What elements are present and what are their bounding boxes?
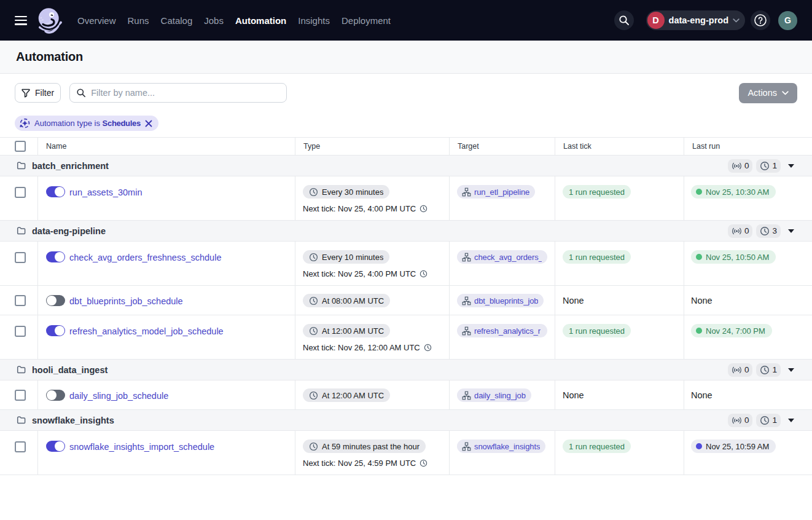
- group-row[interactable]: hooli_data_ingest 0 1: [0, 360, 812, 380]
- schedule-toggle[interactable]: [46, 441, 65, 452]
- nav-item-deployment[interactable]: Deployment: [342, 15, 391, 26]
- row-checkbox[interactable]: [15, 187, 26, 198]
- hamburger-menu-icon[interactable]: [15, 16, 27, 25]
- automation-name-link[interactable]: check_avg_orders_freshness_schdule: [69, 251, 221, 264]
- clock-icon: [424, 344, 432, 352]
- schedule-toggle[interactable]: [46, 186, 65, 197]
- group-name: batch_enrichment: [32, 161, 109, 171]
- active-filters-row: Automation type is Schedules: [0, 103, 812, 137]
- group-collapse-button[interactable]: [788, 164, 794, 168]
- last-run-pill[interactable]: Nov 25, 10:50 AM: [691, 250, 776, 264]
- schedule-type-pill: At 08:00 AM UTC: [303, 294, 390, 307]
- row-checkbox[interactable]: [15, 441, 26, 452]
- nav-item-insights[interactable]: Insights: [298, 15, 330, 26]
- filter-chip-automation-type[interactable]: Automation type is Schedules: [15, 116, 158, 131]
- select-cell: [0, 380, 38, 409]
- schedule-type-pill: Every 30 minutes: [303, 185, 389, 199]
- page-title: Automation: [16, 50, 83, 64]
- last-tick-cell: 1 run requested: [555, 242, 684, 285]
- group-row[interactable]: snowflake_insights 0 1: [0, 410, 812, 431]
- nav-item-runs[interactable]: Runs: [128, 15, 149, 26]
- last-tick-none: None: [563, 390, 584, 400]
- target-pill[interactable]: run_etl_pipeline: [457, 185, 535, 199]
- target-pill[interactable]: check_avg_orders_: [457, 250, 547, 264]
- group-row[interactable]: batch_enrichment 0 1: [0, 156, 812, 176]
- nav-item-catalog[interactable]: Catalog: [161, 15, 193, 26]
- group-collapse-button[interactable]: [788, 419, 794, 422]
- automation-row: check_avg_orders_freshness_schdule Every…: [0, 242, 812, 286]
- automation-name-link[interactable]: dbt_blueprints_job_schedule: [69, 295, 183, 307]
- select-all-checkbox[interactable]: [15, 141, 26, 152]
- automation-name-link[interactable]: refresh_analytics_model_job_schedule: [69, 325, 224, 337]
- dagster-logo[interactable]: [38, 7, 64, 36]
- schedule-count-badge: 1: [756, 363, 781, 377]
- select-all-cell: [0, 138, 38, 155]
- filter-button[interactable]: Filter: [15, 83, 61, 103]
- schedule-toggle[interactable]: [46, 325, 65, 336]
- automation-name-link[interactable]: daily_sling_job_schedule: [69, 390, 168, 402]
- row-checkbox[interactable]: [15, 295, 26, 306]
- nav-item-jobs[interactable]: Jobs: [204, 15, 224, 26]
- sensor-icon: [732, 416, 742, 425]
- run-status-dot: [696, 443, 702, 449]
- clock-icon: [309, 326, 318, 336]
- name-filter-input[interactable]: [91, 88, 280, 98]
- search-icon: [76, 88, 86, 98]
- row-checkbox[interactable]: [15, 326, 26, 337]
- run-status-dot: [696, 254, 702, 260]
- nav-item-overview[interactable]: Overview: [77, 15, 116, 26]
- automation-name-link[interactable]: snowflake_insights_import_schedule: [69, 441, 214, 453]
- help-button[interactable]: [751, 10, 770, 30]
- sensor-count-badge: 0: [728, 363, 753, 377]
- run-status-dot: [696, 328, 702, 334]
- job-icon: [462, 442, 471, 451]
- schedule-toggle[interactable]: [46, 251, 65, 262]
- clock-icon: [309, 442, 318, 451]
- schedule-clock-icon: [760, 161, 770, 171]
- group-row[interactable]: data-eng-pipeline 0 3: [0, 221, 812, 242]
- last-run-pill[interactable]: Nov 24, 7:00 PM: [691, 324, 772, 337]
- target-cell: refresh_analytics_r: [450, 315, 555, 359]
- search-button[interactable]: [614, 10, 634, 30]
- deployment-switcher[interactable]: D data-eng-prod: [646, 10, 745, 30]
- sensor-count-badge: 0: [728, 414, 753, 427]
- schedule-type-pill: At 59 minutes past the hour: [303, 439, 426, 453]
- target-pill[interactable]: refresh_analytics_r: [457, 324, 547, 337]
- toggle-knob: [55, 326, 64, 336]
- actions-button[interactable]: Actions: [739, 83, 797, 103]
- actions-button-label: Actions: [748, 88, 777, 98]
- nav-item-automation[interactable]: Automation: [235, 15, 286, 26]
- chevron-down-icon: [733, 18, 740, 23]
- last-run-pill[interactable]: Nov 25, 10:30 AM: [691, 185, 776, 199]
- toggle-knob: [55, 252, 64, 262]
- row-checkbox[interactable]: [15, 252, 26, 263]
- search-icon: [619, 15, 630, 26]
- type-cell: At 59 minutes past the hour Next tick: N…: [295, 431, 450, 475]
- schedule-toggle[interactable]: [46, 390, 65, 401]
- select-cell: [0, 176, 38, 220]
- target-pill[interactable]: daily_sling_job: [457, 388, 531, 402]
- target-pill[interactable]: dbt_blueprints_job: [457, 294, 544, 307]
- nav-items: OverviewRunsCatalogJobsAutomationInsight…: [77, 15, 391, 26]
- select-cell: [0, 315, 38, 359]
- name-cell: check_avg_orders_freshness_schdule: [38, 242, 295, 285]
- target-cell: run_etl_pipeline: [450, 176, 555, 220]
- user-avatar[interactable]: G: [778, 11, 797, 30]
- column-header-last-tick: Last tick: [555, 138, 684, 155]
- automation-condition-icon: [20, 118, 30, 128]
- type-cell: At 12:00 AM UTC Next tick: Nov 26, 12:00…: [295, 315, 450, 359]
- automation-row: refresh_analytics_model_job_schedule At …: [0, 315, 812, 360]
- row-checkbox[interactable]: [15, 390, 26, 401]
- group-collapse-button[interactable]: [788, 229, 794, 233]
- schedule-type-pill: At 12:00 AM UTC: [303, 324, 390, 337]
- column-header-type: Type: [295, 138, 450, 155]
- toggle-knob: [47, 296, 57, 305]
- target-pill[interactable]: snowflake_insights: [457, 439, 545, 453]
- last-run-pill[interactable]: Nov 25, 10:59 AM: [691, 439, 776, 453]
- automation-name-link[interactable]: run_assets_30min: [69, 186, 142, 199]
- schedule-toggle[interactable]: [46, 295, 65, 306]
- last-tick-cell: None: [555, 286, 684, 315]
- schedule-count-badge: 1: [756, 414, 781, 427]
- filter-chip-remove[interactable]: [145, 120, 152, 127]
- group-collapse-button[interactable]: [788, 368, 794, 372]
